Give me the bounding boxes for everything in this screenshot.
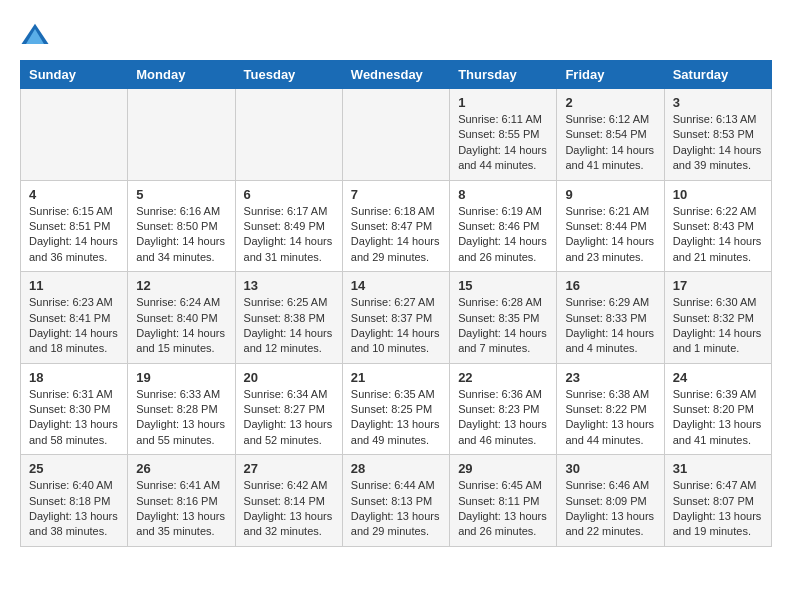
- day-info: Sunrise: 6:36 AM Sunset: 8:23 PM Dayligh…: [458, 387, 548, 449]
- day-info: Sunrise: 6:46 AM Sunset: 8:09 PM Dayligh…: [565, 478, 655, 540]
- day-number: 6: [244, 187, 334, 202]
- day-info: Sunrise: 6:31 AM Sunset: 8:30 PM Dayligh…: [29, 387, 119, 449]
- header-monday: Monday: [128, 61, 235, 89]
- calendar-header-row: SundayMondayTuesdayWednesdayThursdayFrid…: [21, 61, 772, 89]
- day-number: 1: [458, 95, 548, 110]
- calendar-cell: 17Sunrise: 6:30 AM Sunset: 8:32 PM Dayli…: [664, 272, 771, 364]
- day-info: Sunrise: 6:33 AM Sunset: 8:28 PM Dayligh…: [136, 387, 226, 449]
- calendar-week-2: 4Sunrise: 6:15 AM Sunset: 8:51 PM Daylig…: [21, 180, 772, 272]
- day-info: Sunrise: 6:17 AM Sunset: 8:49 PM Dayligh…: [244, 204, 334, 266]
- calendar-week-5: 25Sunrise: 6:40 AM Sunset: 8:18 PM Dayli…: [21, 455, 772, 547]
- calendar-cell: 5Sunrise: 6:16 AM Sunset: 8:50 PM Daylig…: [128, 180, 235, 272]
- day-info: Sunrise: 6:47 AM Sunset: 8:07 PM Dayligh…: [673, 478, 763, 540]
- day-number: 31: [673, 461, 763, 476]
- calendar-cell: 30Sunrise: 6:46 AM Sunset: 8:09 PM Dayli…: [557, 455, 664, 547]
- day-info: Sunrise: 6:28 AM Sunset: 8:35 PM Dayligh…: [458, 295, 548, 357]
- day-info: Sunrise: 6:35 AM Sunset: 8:25 PM Dayligh…: [351, 387, 441, 449]
- calendar-cell: 6Sunrise: 6:17 AM Sunset: 8:49 PM Daylig…: [235, 180, 342, 272]
- day-number: 16: [565, 278, 655, 293]
- calendar-cell: [128, 89, 235, 181]
- calendar-cell: 3Sunrise: 6:13 AM Sunset: 8:53 PM Daylig…: [664, 89, 771, 181]
- calendar-cell: 28Sunrise: 6:44 AM Sunset: 8:13 PM Dayli…: [342, 455, 449, 547]
- calendar-week-1: 1Sunrise: 6:11 AM Sunset: 8:55 PM Daylig…: [21, 89, 772, 181]
- day-number: 19: [136, 370, 226, 385]
- calendar-cell: 18Sunrise: 6:31 AM Sunset: 8:30 PM Dayli…: [21, 363, 128, 455]
- page-header: [20, 20, 772, 50]
- header-saturday: Saturday: [664, 61, 771, 89]
- calendar-week-4: 18Sunrise: 6:31 AM Sunset: 8:30 PM Dayli…: [21, 363, 772, 455]
- calendar-cell: 12Sunrise: 6:24 AM Sunset: 8:40 PM Dayli…: [128, 272, 235, 364]
- day-number: 14: [351, 278, 441, 293]
- calendar-table: SundayMondayTuesdayWednesdayThursdayFrid…: [20, 60, 772, 547]
- logo: [20, 20, 54, 50]
- day-info: Sunrise: 6:12 AM Sunset: 8:54 PM Dayligh…: [565, 112, 655, 174]
- day-number: 20: [244, 370, 334, 385]
- calendar-cell: 16Sunrise: 6:29 AM Sunset: 8:33 PM Dayli…: [557, 272, 664, 364]
- calendar-cell: 8Sunrise: 6:19 AM Sunset: 8:46 PM Daylig…: [450, 180, 557, 272]
- day-number: 10: [673, 187, 763, 202]
- calendar-cell: 21Sunrise: 6:35 AM Sunset: 8:25 PM Dayli…: [342, 363, 449, 455]
- calendar-cell: 14Sunrise: 6:27 AM Sunset: 8:37 PM Dayli…: [342, 272, 449, 364]
- calendar-cell: 25Sunrise: 6:40 AM Sunset: 8:18 PM Dayli…: [21, 455, 128, 547]
- day-info: Sunrise: 6:13 AM Sunset: 8:53 PM Dayligh…: [673, 112, 763, 174]
- day-number: 27: [244, 461, 334, 476]
- calendar-week-3: 11Sunrise: 6:23 AM Sunset: 8:41 PM Dayli…: [21, 272, 772, 364]
- calendar-cell: 1Sunrise: 6:11 AM Sunset: 8:55 PM Daylig…: [450, 89, 557, 181]
- day-number: 28: [351, 461, 441, 476]
- calendar-cell: 4Sunrise: 6:15 AM Sunset: 8:51 PM Daylig…: [21, 180, 128, 272]
- calendar-cell: 20Sunrise: 6:34 AM Sunset: 8:27 PM Dayli…: [235, 363, 342, 455]
- day-number: 26: [136, 461, 226, 476]
- calendar-cell: 26Sunrise: 6:41 AM Sunset: 8:16 PM Dayli…: [128, 455, 235, 547]
- day-info: Sunrise: 6:41 AM Sunset: 8:16 PM Dayligh…: [136, 478, 226, 540]
- day-info: Sunrise: 6:23 AM Sunset: 8:41 PM Dayligh…: [29, 295, 119, 357]
- day-number: 2: [565, 95, 655, 110]
- day-info: Sunrise: 6:40 AM Sunset: 8:18 PM Dayligh…: [29, 478, 119, 540]
- day-number: 15: [458, 278, 548, 293]
- calendar-cell: 31Sunrise: 6:47 AM Sunset: 8:07 PM Dayli…: [664, 455, 771, 547]
- day-info: Sunrise: 6:44 AM Sunset: 8:13 PM Dayligh…: [351, 478, 441, 540]
- day-info: Sunrise: 6:19 AM Sunset: 8:46 PM Dayligh…: [458, 204, 548, 266]
- day-number: 18: [29, 370, 119, 385]
- calendar-cell: 27Sunrise: 6:42 AM Sunset: 8:14 PM Dayli…: [235, 455, 342, 547]
- calendar-cell: 24Sunrise: 6:39 AM Sunset: 8:20 PM Dayli…: [664, 363, 771, 455]
- day-number: 23: [565, 370, 655, 385]
- day-info: Sunrise: 6:27 AM Sunset: 8:37 PM Dayligh…: [351, 295, 441, 357]
- day-number: 7: [351, 187, 441, 202]
- day-info: Sunrise: 6:24 AM Sunset: 8:40 PM Dayligh…: [136, 295, 226, 357]
- calendar-cell: 13Sunrise: 6:25 AM Sunset: 8:38 PM Dayli…: [235, 272, 342, 364]
- day-info: Sunrise: 6:42 AM Sunset: 8:14 PM Dayligh…: [244, 478, 334, 540]
- day-info: Sunrise: 6:38 AM Sunset: 8:22 PM Dayligh…: [565, 387, 655, 449]
- day-info: Sunrise: 6:30 AM Sunset: 8:32 PM Dayligh…: [673, 295, 763, 357]
- calendar-cell: 7Sunrise: 6:18 AM Sunset: 8:47 PM Daylig…: [342, 180, 449, 272]
- calendar-cell: 29Sunrise: 6:45 AM Sunset: 8:11 PM Dayli…: [450, 455, 557, 547]
- day-number: 5: [136, 187, 226, 202]
- day-number: 13: [244, 278, 334, 293]
- day-info: Sunrise: 6:45 AM Sunset: 8:11 PM Dayligh…: [458, 478, 548, 540]
- day-info: Sunrise: 6:39 AM Sunset: 8:20 PM Dayligh…: [673, 387, 763, 449]
- calendar-cell: 15Sunrise: 6:28 AM Sunset: 8:35 PM Dayli…: [450, 272, 557, 364]
- day-info: Sunrise: 6:11 AM Sunset: 8:55 PM Dayligh…: [458, 112, 548, 174]
- header-tuesday: Tuesday: [235, 61, 342, 89]
- calendar-cell: [21, 89, 128, 181]
- calendar-cell: 2Sunrise: 6:12 AM Sunset: 8:54 PM Daylig…: [557, 89, 664, 181]
- day-info: Sunrise: 6:15 AM Sunset: 8:51 PM Dayligh…: [29, 204, 119, 266]
- day-info: Sunrise: 6:18 AM Sunset: 8:47 PM Dayligh…: [351, 204, 441, 266]
- day-number: 11: [29, 278, 119, 293]
- day-number: 22: [458, 370, 548, 385]
- day-info: Sunrise: 6:34 AM Sunset: 8:27 PM Dayligh…: [244, 387, 334, 449]
- day-number: 9: [565, 187, 655, 202]
- header-wednesday: Wednesday: [342, 61, 449, 89]
- day-info: Sunrise: 6:22 AM Sunset: 8:43 PM Dayligh…: [673, 204, 763, 266]
- calendar-cell: [235, 89, 342, 181]
- header-sunday: Sunday: [21, 61, 128, 89]
- logo-icon: [20, 20, 50, 50]
- day-number: 3: [673, 95, 763, 110]
- day-number: 30: [565, 461, 655, 476]
- day-info: Sunrise: 6:16 AM Sunset: 8:50 PM Dayligh…: [136, 204, 226, 266]
- day-number: 17: [673, 278, 763, 293]
- calendar-cell: 23Sunrise: 6:38 AM Sunset: 8:22 PM Dayli…: [557, 363, 664, 455]
- header-thursday: Thursday: [450, 61, 557, 89]
- day-number: 4: [29, 187, 119, 202]
- day-number: 24: [673, 370, 763, 385]
- calendar-cell: 11Sunrise: 6:23 AM Sunset: 8:41 PM Dayli…: [21, 272, 128, 364]
